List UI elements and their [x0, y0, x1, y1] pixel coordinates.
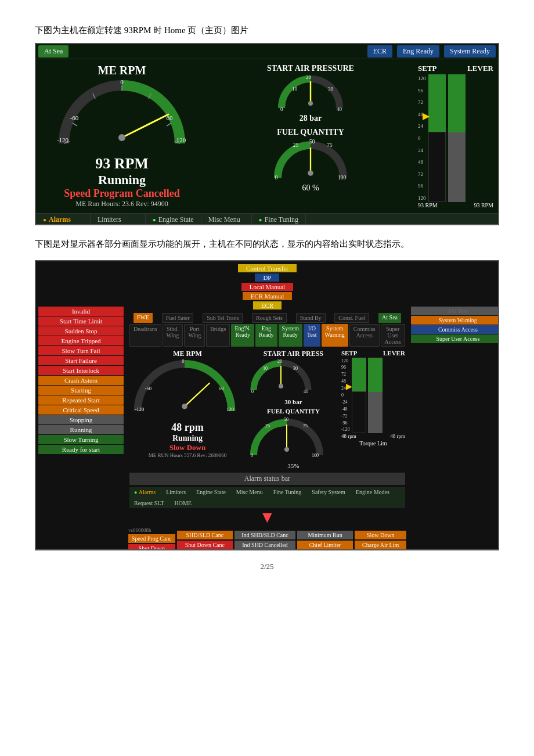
- inner-air-value: 30 bar: [249, 398, 338, 405]
- btm-ind-shd-canc: Ind SHD Cancelled: [234, 541, 295, 549]
- status-system-ready: System Ready: [444, 45, 496, 57]
- rlabel-sys-warning: System Warning: [411, 316, 499, 325]
- rlabel-commiss: Commiss Access: [411, 325, 499, 334]
- fuel-qty-title: FUEL QUANTITY: [277, 128, 344, 137]
- label-start-interlock: Start Interlock: [38, 366, 124, 375]
- rpm-left: 93 RPM: [418, 202, 438, 208]
- svg-text:-60: -60: [145, 386, 151, 391]
- svg-text:10: 10: [263, 366, 268, 371]
- btm-shut-down: Shut Down: [128, 544, 175, 550]
- bottom-diagram: Invalid Start Time Limit Sudden Stop Eng…: [35, 260, 499, 550]
- btm-chief-limiter: Chief Limiter: [297, 541, 353, 549]
- inner-nav-alarms[interactable]: Alarms: [129, 487, 160, 497]
- svg-text:50: 50: [309, 139, 315, 145]
- inner-fuel-title: FUEL QUANTITY: [249, 408, 338, 415]
- svg-text:10: 10: [292, 86, 298, 92]
- nav-group-3: Engine State: [146, 214, 201, 225]
- label-ready-for-start: Ready for start: [38, 445, 124, 454]
- air-pressure-gauge: 0 20 30 40 10: [276, 73, 345, 114]
- top-screenshot: At Sea ECR Eng Ready System Ready ME RPM: [35, 43, 499, 225]
- btm-shut-down-canc: Shut Down Canc: [177, 541, 233, 549]
- status-rough-sets: Rough Sets: [252, 313, 287, 323]
- torque-lim: Torque Lim: [341, 440, 405, 447]
- down-arrow-icon: ▼: [126, 509, 409, 525]
- svg-text:100: 100: [312, 453, 319, 458]
- nav-limiters[interactable]: Limiters: [91, 214, 145, 225]
- status-port: Port Wing: [184, 324, 205, 347]
- btm-speed-prog-canc: Speed Prog Canc: [128, 534, 175, 543]
- status-at-sea: At Sea: [378, 313, 401, 323]
- rpm-section: ME RPM: [41, 64, 203, 208]
- nav-alarms[interactable]: Alarms: [36, 214, 90, 225]
- nav-fine-tuning[interactable]: Fine Tuning: [252, 214, 305, 225]
- label-slow-turn-fail: Slow Turn Fail: [38, 346, 124, 355]
- inner-me-info: ME RUN Hours 557.6 Rev: 2689860: [129, 452, 246, 458]
- inner-nav-request-slt[interactable]: Request SLT: [129, 498, 169, 508]
- inner-lever: LEVER: [383, 350, 405, 357]
- nav-engine-state[interactable]: Engine State: [146, 214, 201, 225]
- inner-nav-fine-tuning[interactable]: Fine Tuning: [269, 487, 306, 497]
- svg-text:20: 20: [306, 74, 312, 80]
- svg-text:0: 0: [120, 80, 124, 85]
- nav-bar[interactable]: Alarms Safety System Limiters Engine Mod…: [36, 213, 498, 225]
- status-row-1: FWE Fuel Sater Sub Tel Trans Rough Sets …: [126, 313, 409, 323]
- main-display-area: ME RPM: [36, 59, 498, 213]
- btm-ind-shd-sld-canc: Ind SHD/SLD Canc: [234, 531, 295, 539]
- ctrl-local-manual: Local Manual: [241, 283, 293, 291]
- inner-nav-engine-modes[interactable]: Engine Modes: [351, 487, 394, 497]
- label-start-time-limit: Start Time Limit: [38, 316, 124, 326]
- btm-shd-sld-canc: SHD/SLD Canc: [177, 531, 233, 539]
- svg-line-1: [73, 123, 77, 126]
- svg-line-28: [185, 383, 210, 406]
- start-air-title: START AIR PRESSURE: [267, 64, 354, 73]
- inner-rpm-gauge: -120 -60 0 60 120: [129, 358, 240, 419]
- alarm-status-bar: Alarm status bar: [129, 473, 405, 485]
- svg-text:60: 60: [167, 114, 174, 121]
- inner-rpm-section: ME RPM -120 -60 0 60 120 48 rpm Running: [129, 350, 246, 469]
- label-stopping: Stopping: [38, 415, 124, 424]
- rpm-gauge: -120 -60 0 60 120: [52, 80, 192, 155]
- status-bridge: Bridge: [206, 324, 230, 347]
- air-pressure-value: 28 bar: [300, 114, 322, 123]
- svg-text:100: 100: [338, 175, 346, 181]
- nav-group-5: Fine Tuning Home: [252, 214, 306, 225]
- btm-charge-air: Charge Air Lim: [355, 541, 406, 549]
- label-critical-speed: Critical Speed: [38, 405, 124, 415]
- label-repeated-start: Repeated Start: [38, 395, 124, 405]
- inner-nav-safety[interactable]: Safety System: [307, 487, 350, 497]
- svg-text:-60: -60: [70, 114, 79, 121]
- svg-text:-120: -120: [135, 406, 145, 412]
- svg-text:0: 0: [251, 453, 253, 458]
- status-super-user: Super User Access: [381, 324, 405, 347]
- inner-lever-section: SETP LEVER 120967248240-24-48-72-96-120 …: [341, 350, 405, 469]
- inner-nav-engine-state[interactable]: Engine State: [192, 487, 230, 497]
- status-stbd: Stbd. Wing: [163, 324, 183, 347]
- inner-nav-misc-menu[interactable]: Misc Menu: [232, 487, 268, 497]
- svg-text:30: 30: [328, 86, 334, 92]
- inner-nav-bar[interactable]: Alarms Limiters Engine State Misc Menu F…: [129, 487, 405, 508]
- ctrl-control-transfer: Control Transfer: [238, 264, 297, 272]
- rpm-right: 93 RPM: [474, 202, 493, 208]
- nav-group-2: Limiters Engine Modes: [91, 214, 146, 225]
- nav-misc-menu[interactable]: Misc Menu: [201, 214, 251, 225]
- svg-text:0: 0: [182, 358, 184, 364]
- status-const-fuel: Const. Fuel: [334, 313, 369, 323]
- status-ecr: ECR: [367, 45, 392, 57]
- fuel-gauge: 0 25 50 75 100: [270, 137, 351, 183]
- rlabel-io-test: I/O Test: [411, 307, 499, 315]
- inner-nav-limiters[interactable]: Limiters: [161, 487, 190, 497]
- svg-text:120: 120: [176, 136, 186, 143]
- svg-line-7: [122, 114, 168, 138]
- svg-text:0: 0: [275, 175, 278, 181]
- lever-header: SETP LEVER: [418, 64, 493, 73]
- svg-line-5: [167, 123, 171, 126]
- lever-label: LEVER: [467, 64, 493, 73]
- svg-point-43: [284, 447, 289, 452]
- lever-section: SETP LEVER 12096724824024487296120 ▶: [418, 64, 493, 208]
- label-crash-astern: Crash Astern: [38, 376, 124, 385]
- page-number: 2/25: [35, 562, 499, 571]
- rlabel-super-user: Super User Access: [411, 334, 499, 343]
- svg-text:0: 0: [251, 389, 254, 394]
- label-slow-turning: Slow Turning: [38, 435, 124, 444]
- inner-nav-home[interactable]: HOME: [170, 498, 196, 508]
